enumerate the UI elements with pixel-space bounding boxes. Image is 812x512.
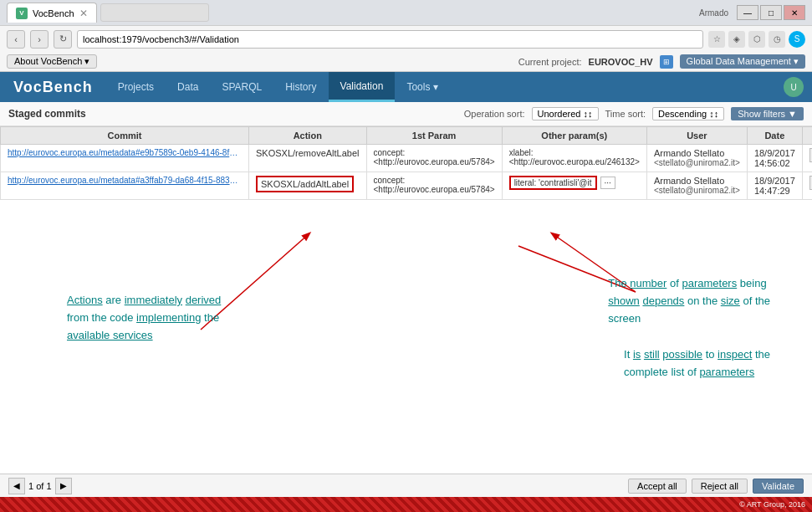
other-value-1: <http://eurovoc.europa.eu/246132>: [509, 157, 640, 166]
ann-inspect: inspect: [718, 348, 752, 361]
accept-all-btn[interactable]: Accept all: [628, 479, 687, 494]
other-param-2: literal: 'contratlisli'@it ···: [509, 176, 640, 190]
reject-all-btn[interactable]: Reject all: [692, 479, 748, 494]
tab-title: VocBench: [33, 8, 74, 18]
commit-link-2[interactable]: http://eurovoc.europa.eu/metadata#a3ffab…: [8, 176, 242, 185]
left-ann-line3: available services: [67, 327, 221, 345]
project-icon[interactable]: ⊞: [660, 55, 673, 69]
commit-link-1[interactable]: http://eurovoc.europa.eu/metadata#e9b758…: [8, 148, 242, 157]
col-other: Other param(s): [502, 127, 646, 145]
app-wrapper: V VocBench ✕ Armado — □ ✕ ‹ › ↻ ☆: [0, 0, 812, 512]
ann-implementing: implementing: [136, 311, 201, 324]
ann-actions: Actions: [67, 294, 103, 306]
table-row: http://eurovoc.europa.eu/metadata#e9b758…: [1, 145, 813, 172]
nav-brand: VocBench: [0, 72, 106, 102]
maximize-btn[interactable]: □: [760, 5, 782, 20]
param1-cell-2: concept: <http://eurovoc.europa.eu/5784>: [366, 172, 502, 200]
col-action: Action: [249, 127, 367, 145]
time-sort-label: Time sort:: [605, 109, 646, 119]
date-1: 18/9/2017: [754, 148, 795, 158]
forward-btn[interactable]: ›: [30, 30, 49, 49]
nav-validation[interactable]: Validation: [329, 72, 396, 102]
gdm-btn[interactable]: Global Data Management ▾: [680, 54, 805, 69]
right-ann-line2: shown depends on the size of the: [608, 293, 770, 310]
refresh-btn[interactable]: ↻: [54, 30, 72, 49]
left-ann-line1: Actions are immediately derived: [67, 292, 221, 310]
right-annotation-bottom: It is still possible to inspect the comp…: [624, 346, 770, 381]
history-icon[interactable]: ◷: [769, 31, 785, 48]
ann-params2: parameters: [699, 366, 754, 378]
last-page-btn[interactable]: ▶: [55, 478, 72, 494]
right-annotation-top: The number of parameters being shown dep…: [608, 275, 770, 327]
minimize-btn[interactable]: —: [737, 5, 758, 20]
right-ann2-line1: It is still possible to inspect the: [624, 346, 770, 364]
address-input[interactable]: [77, 30, 703, 49]
param1-value-2: <http://eurovoc.europa.eu/5784>: [374, 185, 495, 194]
tab-favicon: V: [16, 8, 28, 19]
nav-data[interactable]: Data: [166, 72, 210, 102]
back-btn[interactable]: ‹: [7, 30, 25, 49]
param1-label-2: concept:: [374, 176, 495, 185]
param1-cell-1: concept: <http://eurovoc.europa.eu/5784>: [366, 145, 502, 172]
col-user: User: [646, 127, 747, 145]
right-ann-line3: screen: [608, 310, 770, 328]
staged-toolbar: Staged commits Operation sort: Unordered…: [0, 102, 812, 126]
show-filters-btn[interactable]: Show filters ▼: [731, 107, 804, 120]
ann-derived: derived: [186, 294, 222, 306]
pin-icon[interactable]: ◈: [728, 31, 745, 48]
nav-sparql[interactable]: SPARQL: [210, 72, 273, 102]
date-2: 18/9/2017: [754, 176, 795, 186]
main-content: Staged commits Operation sort: Unordered…: [0, 102, 812, 512]
user-email-2: <stellato@uniroma2.it>: [654, 186, 740, 195]
param1-value-1: <http://eurovoc.europa.eu/5784>: [374, 157, 495, 166]
action-label-2: SKOSXL/addAltLabel: [256, 176, 354, 192]
nav-tools[interactable]: Tools ▾: [395, 72, 449, 102]
address-bar: ‹ › ↻ ☆ ◈ ⬡ ◷ S: [0, 25, 812, 52]
tab-close-btn[interactable]: ✕: [79, 8, 88, 19]
browser-tab[interactable]: V VocBench ✕: [7, 3, 97, 23]
about-btn[interactable]: About VocBench ▾: [7, 54, 97, 69]
ann-possible: possible: [662, 348, 702, 361]
address-icons: ☆ ◈ ⬡ ◷ S: [708, 31, 805, 48]
browser-chrome: V VocBench ✕ Armado — □ ✕ ‹ › ↻ ☆: [0, 0, 812, 52]
user-name-1: Armando Stellato: [654, 148, 740, 158]
main-nav: VocBench Projects Data SPARQL History Va…: [0, 72, 812, 102]
ann-parameters: parameters: [682, 277, 737, 289]
ann-depends: depends: [642, 294, 684, 307]
col-date: Date: [747, 127, 802, 145]
validate-btn[interactable]: Validate: [753, 479, 804, 494]
close-btn[interactable]: ✕: [784, 5, 805, 20]
bookmark-icon[interactable]: ☆: [708, 31, 725, 48]
validate-cell-2: —— Accept Reject: [802, 172, 812, 200]
window-title: Armado: [699, 8, 728, 18]
left-ann-line2: from the code implementing the: [67, 310, 221, 327]
param1-label-1: concept:: [374, 148, 495, 157]
new-tab-area: [100, 3, 209, 22]
footer-actions: Accept all Reject all Validate: [628, 479, 804, 494]
date-cell-1: 18/9/2017 14:56:02: [747, 145, 802, 172]
nav-items: Projects Data SPARQL History Validation …: [106, 72, 450, 102]
ann-number: number: [630, 277, 666, 289]
other-expand-2[interactable]: ···: [600, 177, 615, 189]
other-cell-2: literal: 'contratlisli'@it ···: [502, 172, 646, 200]
time-sort-btn[interactable]: Descending ↕↕: [652, 107, 724, 120]
right-ann2-line2: complete list of parameters: [624, 364, 770, 381]
nav-history[interactable]: History: [273, 72, 328, 102]
left-annotation: Actions are immediately derived from the…: [67, 292, 221, 344]
project-name: EUROVOC_HV: [589, 57, 653, 67]
commits-table: Commit Action 1st Param Other param(s) U…: [0, 126, 812, 200]
share-icon[interactable]: ⬡: [748, 31, 765, 48]
user-avatar[interactable]: U: [784, 77, 804, 97]
window-controls: Armado — □ ✕: [699, 5, 805, 20]
action-cell-1: SKOSXL/removeAltLabel: [249, 145, 367, 172]
project-label: Current project:: [518, 57, 582, 67]
skype-icon[interactable]: S: [789, 31, 805, 48]
op-sort-btn[interactable]: Unordered ↕↕: [532, 107, 599, 120]
ann-is: is: [633, 348, 641, 361]
other-cell-1: xlabel: <http://eurovoc.europa.eu/246132…: [502, 145, 646, 172]
app-menu-bar: About VocBench ▾ Current project: EUROVO…: [0, 52, 812, 72]
first-page-btn[interactable]: ◀: [8, 478, 25, 494]
nav-projects[interactable]: Projects: [106, 72, 166, 102]
page-footer: ◀ 1 of 1 ▶ Accept all Reject all Validat…: [0, 474, 812, 497]
ann-still: still: [644, 348, 660, 361]
